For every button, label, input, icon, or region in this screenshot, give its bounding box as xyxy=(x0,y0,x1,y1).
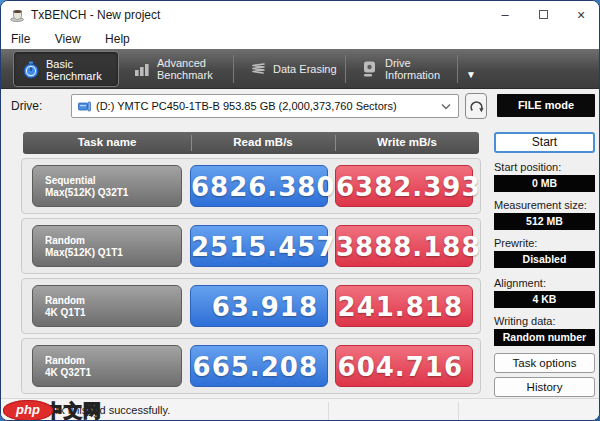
php-logo: php xyxy=(3,400,53,421)
read-value: 6826.380 xyxy=(190,165,328,207)
window-title: TxBENCH - New project xyxy=(31,8,160,22)
start-position-label: Start position: xyxy=(494,161,561,173)
measurement-size-label: Measurement size: xyxy=(494,199,587,211)
file-mode-button[interactable]: FILE mode xyxy=(497,94,595,117)
drive-icon xyxy=(361,60,379,78)
title-bar: TxBENCH - New project – × xyxy=(1,1,599,29)
write-value: 241.818 xyxy=(335,285,473,327)
maximize-icon xyxy=(539,10,548,19)
toolbar-separator xyxy=(233,55,234,83)
prewrite-value[interactable]: Disabled xyxy=(494,251,595,268)
alignment-label: Alignment: xyxy=(494,277,546,289)
chevron-down-icon xyxy=(441,103,451,110)
app-window: TxBENCH - New project – × File View Help… xyxy=(0,0,600,421)
toolbar-more-caret[interactable]: ▼ xyxy=(466,69,476,80)
drive-select[interactable]: (D:) YMTC PC450-1TB-B 953.85 GB (2,000,3… xyxy=(71,94,459,118)
header-divider xyxy=(191,135,192,151)
read-value: 665.208 xyxy=(190,345,328,387)
bar-chart-icon xyxy=(133,60,151,78)
write-value: 3888.188 xyxy=(335,225,473,267)
task-name-chip: Random4K Q1T1 xyxy=(32,285,182,327)
app-icon xyxy=(10,8,25,22)
tab-drive-information[interactable]: DriveInformation xyxy=(353,51,457,87)
menu-bar: File View Help xyxy=(1,29,599,49)
task-name-chip: SequentialMax(512K) Q32T1 xyxy=(32,165,182,207)
table-row: RandomMax(512K) Q1T1 2515.457 3888.188 xyxy=(21,218,481,274)
header-divider xyxy=(335,135,336,151)
task-name-chip: RandomMax(512K) Q1T1 xyxy=(32,225,182,267)
drive-selected-value: (D:) YMTC PC450-1TB-B 953.85 GB (2,000,3… xyxy=(96,100,397,112)
alignment-value[interactable]: 4 KB xyxy=(494,291,595,308)
toolbar: BasicBenchmark AdvancedBenchmark Data Er… xyxy=(1,49,599,89)
tab-advanced-benchmark[interactable]: AdvancedBenchmark xyxy=(125,51,231,87)
history-button[interactable]: History xyxy=(494,377,595,397)
menu-view[interactable]: View xyxy=(45,30,91,48)
writing-data-value[interactable]: Random number xyxy=(494,329,595,346)
task-name-chip: Random4K Q32T1 xyxy=(32,345,182,387)
tab-label: BasicBenchmark xyxy=(46,58,102,82)
table-header: Task name Read mB/s Write mB/s xyxy=(23,132,479,154)
menu-file[interactable]: File xyxy=(1,30,40,48)
eraser-waves-icon xyxy=(249,60,267,78)
minimize-button[interactable]: – xyxy=(485,1,525,29)
read-value: 2515.457 xyxy=(190,225,328,267)
refresh-icon xyxy=(469,99,484,114)
tab-label: Data Erasing xyxy=(273,63,337,75)
drive-row: Drive: (D:) YMTC PC450-1TB-B 953.85 GB (… xyxy=(1,89,599,125)
tab-data-erasing[interactable]: Data Erasing xyxy=(241,51,341,87)
close-button[interactable]: × xyxy=(561,1,600,29)
task-options-button[interactable]: Task options xyxy=(494,353,595,373)
toolbar-separator xyxy=(457,55,458,83)
tab-basic-benchmark[interactable]: BasicBenchmark xyxy=(13,51,119,87)
status-divider xyxy=(458,402,459,420)
write-value: 6382.393 xyxy=(335,165,473,207)
drive-small-icon xyxy=(78,101,91,112)
refresh-drives-button[interactable] xyxy=(465,93,487,119)
prewrite-label: Prewrite: xyxy=(494,237,537,249)
stopwatch-icon xyxy=(22,61,40,79)
table-row: Random4K Q1T1 63.918 241.818 xyxy=(21,278,481,334)
read-value: 63.918 xyxy=(190,285,328,327)
drive-label: Drive: xyxy=(11,99,42,113)
writing-data-label: Writing data: xyxy=(494,315,556,327)
status-divider xyxy=(328,402,329,420)
menu-help[interactable]: Help xyxy=(95,30,140,48)
write-value: 604.716 xyxy=(335,345,473,387)
table-row: SequentialMax(512K) Q32T1 6826.380 6382.… xyxy=(21,158,481,214)
header-read-mbs: Read mB/s xyxy=(191,136,335,148)
tab-label: DriveInformation xyxy=(385,57,440,81)
watermark-cn-text: 中文网 xyxy=(45,399,102,421)
header-task-name: Task name xyxy=(23,136,191,148)
table-row: Random4K Q32T1 665.208 604.716 xyxy=(21,338,481,394)
start-position-value[interactable]: 0 MB xyxy=(494,175,595,192)
header-write-mbs: Write mB/s xyxy=(335,136,479,148)
tab-label: AdvancedBenchmark xyxy=(157,57,213,81)
start-button[interactable]: Start xyxy=(494,132,595,153)
php-cn-watermark: 中文网 php xyxy=(1,399,141,421)
toolbar-separator xyxy=(345,55,346,83)
measurement-size-value[interactable]: 512 MB xyxy=(494,213,595,230)
maximize-button[interactable] xyxy=(523,1,563,29)
